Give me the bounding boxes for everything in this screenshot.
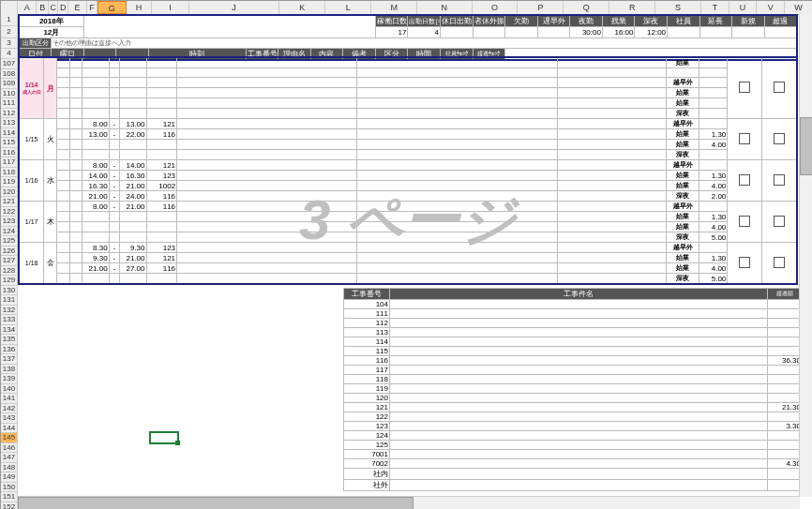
remark[interactable] — [557, 88, 667, 98]
content[interactable] — [357, 160, 557, 171]
proj-val[interactable] — [768, 394, 803, 403]
hours-cell[interactable] — [699, 160, 727, 171]
job-code[interactable]: 1002 — [146, 181, 177, 191]
row-header-141[interactable]: 141 — [1, 394, 18, 404]
proj-code[interactable]: 114 — [344, 337, 390, 347]
job-code[interactable] — [146, 68, 177, 78]
proj-code[interactable]: 123 — [344, 422, 390, 431]
checkbox-icon[interactable] — [739, 82, 750, 93]
remark[interactable] — [557, 232, 667, 243]
proj-code[interactable]: 7002 — [344, 459, 390, 469]
col-header-J[interactable]: J — [189, 1, 280, 14]
row-header-149[interactable]: 149 — [1, 472, 18, 483]
kubun-cell[interactable]: 始業 — [667, 88, 699, 98]
row-header-133[interactable]: 133 — [1, 315, 18, 325]
date-cell[interactable]: 1/18 — [19, 243, 44, 285]
content[interactable] — [357, 78, 557, 88]
row-header-125[interactable]: 125 — [1, 236, 18, 247]
col-header-L[interactable]: L — [325, 1, 371, 14]
time-end[interactable]: 14.00 — [120, 160, 146, 171]
time-start[interactable] — [83, 232, 109, 243]
hours-cell[interactable]: 4.00 — [699, 263, 727, 274]
proj-val[interactable]: 21.30 — [768, 403, 803, 412]
hours-cell[interactable]: 4.00 — [699, 140, 727, 150]
kubun-cell[interactable] — [667, 68, 699, 78]
row-header-2[interactable]: 2 — [1, 26, 18, 38]
remark[interactable] — [557, 109, 667, 119]
time-start[interactable]: 8.00 — [83, 119, 109, 129]
row-header-144[interactable]: 144 — [1, 424, 18, 434]
hours-cell[interactable]: 2.00 — [699, 191, 727, 202]
row-header-150[interactable]: 150 — [1, 483, 18, 493]
hours-cell[interactable] — [699, 243, 727, 253]
time-start[interactable] — [83, 98, 109, 109]
row-header-151[interactable]: 151 — [1, 492, 18, 502]
time-start[interactable] — [83, 88, 109, 98]
col-header-T[interactable]: T — [701, 1, 729, 14]
reason[interactable] — [177, 150, 357, 160]
row-header-107[interactable]: 107 — [1, 59, 18, 69]
kubun-cell[interactable]: 始業 — [667, 171, 699, 181]
hours-cell[interactable] — [699, 202, 727, 212]
check1[interactable] — [728, 160, 762, 202]
checkbox-icon[interactable] — [774, 257, 785, 268]
row-header-127[interactable]: 127 — [1, 256, 18, 266]
reason[interactable] — [177, 88, 357, 98]
hours-cell[interactable] — [699, 88, 727, 98]
proj-code[interactable]: 116 — [344, 356, 390, 366]
check2[interactable] — [762, 57, 797, 119]
row-header-115[interactable]: 115 — [1, 138, 18, 148]
row-header-134[interactable]: 134 — [1, 325, 18, 336]
proj-code[interactable]: 104 — [344, 300, 390, 309]
proj-code[interactable]: 社内 — [344, 469, 390, 480]
time-end[interactable] — [120, 150, 146, 160]
proj-val[interactable] — [768, 450, 803, 459]
kubun-cell[interactable]: 始業 — [667, 98, 699, 109]
remark[interactable] — [557, 98, 667, 109]
row-header-145[interactable]: 145 — [1, 433, 18, 443]
val-kadou[interactable]: 17 — [375, 27, 408, 38]
remark[interactable] — [557, 160, 667, 171]
remark[interactable] — [557, 181, 667, 191]
proj-code[interactable]: 社外 — [344, 480, 390, 491]
proj-code[interactable]: 118 — [344, 375, 390, 384]
content[interactable] — [357, 119, 557, 129]
check1[interactable] — [728, 57, 762, 119]
reason[interactable] — [177, 212, 357, 222]
hours-cell[interactable]: 5.00 — [699, 232, 727, 243]
month-cell[interactable]: 12月 — [19, 27, 83, 38]
reason[interactable] — [177, 232, 357, 243]
proj-val[interactable] — [768, 480, 803, 491]
job-code[interactable] — [146, 88, 177, 98]
time-start[interactable] — [83, 68, 109, 78]
dow-cell[interactable]: 木 — [44, 202, 57, 243]
time-start[interactable] — [83, 212, 109, 222]
content[interactable] — [357, 263, 557, 274]
proj-code[interactable]: 112 — [344, 319, 390, 328]
val-shinya[interactable]: 12:00 — [635, 27, 668, 38]
proj-val[interactable] — [768, 412, 803, 422]
date-cell[interactable]: 1/16 — [19, 160, 44, 202]
time-start[interactable]: 16.30 — [83, 181, 109, 191]
proj-val[interactable] — [768, 375, 803, 384]
hours-cell[interactable]: 1.30 — [699, 129, 727, 140]
kubun-cell[interactable]: 始業 — [667, 253, 699, 263]
job-code[interactable] — [146, 150, 177, 160]
hours-cell[interactable]: 4.00 — [699, 222, 727, 232]
reason[interactable] — [177, 274, 357, 285]
remark[interactable] — [557, 253, 667, 263]
proj-name[interactable] — [390, 356, 768, 366]
proj-name[interactable] — [390, 422, 768, 431]
row-header-113[interactable]: 113 — [1, 118, 18, 128]
reason[interactable] — [177, 78, 357, 88]
row-header-4[interactable]: 4 — [1, 49, 18, 59]
col-header-P[interactable]: P — [518, 1, 564, 14]
reason[interactable] — [177, 98, 357, 109]
reason[interactable] — [177, 222, 357, 232]
dow-cell[interactable]: 月 — [44, 57, 57, 119]
job-code[interactable] — [146, 232, 177, 243]
kubun-cell[interactable]: 始業 — [667, 222, 699, 232]
job-code[interactable]: 121 — [146, 253, 177, 263]
date-cell[interactable]: 1/14成人の日 — [19, 57, 44, 119]
reason[interactable] — [177, 109, 357, 119]
